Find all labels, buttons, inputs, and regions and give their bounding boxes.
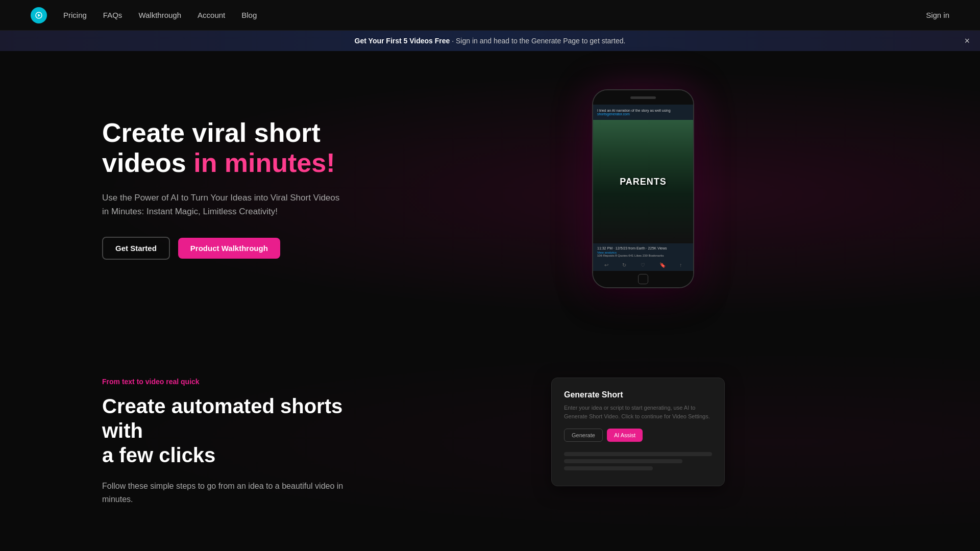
placeholder-line-1 [564, 452, 712, 456]
logo[interactable] [31, 7, 47, 23]
phone-screen: I tried an AI narration of the story as … [593, 105, 693, 271]
section2-title: Create automated shorts with a few click… [102, 394, 357, 467]
get-started-button[interactable]: Get Started [102, 237, 170, 260]
action-share-icon: ↑ [679, 262, 682, 268]
section2-title-line1: Create automated shorts with [102, 395, 342, 442]
action-like-icon: ♡ [641, 262, 645, 268]
svg-marker-1 [38, 14, 41, 17]
hero-title: Create viral short videos in minutes! [102, 118, 408, 179]
hero-title-line1: Create viral short [102, 118, 321, 147]
phone-actions: ↩ ↻ ♡ 🔖 ↑ [593, 260, 693, 271]
generate-card-buttons: Generate AI Assist [564, 429, 712, 442]
generate-card-desc: Enter your idea or script to start gener… [564, 404, 712, 420]
action-reply-icon: ↩ [604, 262, 608, 268]
phone-engagement: 106 Reposts 8 Quotes 641 Likes 239 Bookm… [597, 254, 689, 257]
phone-stats: 11:32 PM · 12/5/23 from Earth · 225K Vie… [593, 243, 693, 260]
section2-visual: Generate Short Enter your idea or script… [398, 378, 878, 486]
section2-tag: From text to video real quick [102, 378, 357, 386]
tweet-body: I tried an AI narration of the story as … [597, 109, 671, 112]
action-bookmark-icon: 🔖 [659, 262, 666, 268]
navbar: Pricing FAQs Walkthrough Account Blog Si… [0, 0, 980, 31]
section2-title-line2: a few clicks [102, 444, 215, 466]
hero-section: Create viral short videos in minutes! Us… [0, 51, 980, 337]
phone-speaker [630, 96, 656, 99]
generate-card: Generate Short Enter your idea or script… [551, 378, 725, 486]
nav-pricing[interactable]: Pricing [63, 11, 87, 19]
section2-description: Follow these simple steps to go from an … [102, 480, 357, 506]
video-label: PARENTS [620, 177, 667, 187]
product-walkthrough-button[interactable]: Product Walkthrough [178, 238, 280, 259]
section2: From text to video real quick Create aut… [0, 337, 980, 546]
nav-walkthrough[interactable]: Walkthrough [138, 11, 181, 19]
generate-button[interactable]: Generate [564, 429, 603, 442]
nav-links: Pricing FAQs Walkthrough Account Blog [63, 11, 926, 19]
announcement-banner: Get Your First 5 Videos Free · Sign in a… [0, 31, 980, 51]
placeholder-line-2 [564, 459, 682, 463]
banner-text: Get Your First 5 Videos Free · Sign in a… [355, 37, 626, 45]
banner-close-button[interactable]: × [964, 36, 970, 45]
action-repost-icon: ↻ [622, 262, 626, 268]
tweet-link: shortsgenerator.com [597, 112, 630, 116]
phone-tweet-text: I tried an AI narration of the story as … [593, 105, 693, 120]
hero-title-accent: in minutes! [193, 148, 335, 178]
phone-bottom-bar [593, 271, 693, 287]
banner-regular: · Sign in and head to the Generate Page … [452, 37, 625, 45]
nav-blog[interactable]: Blog [241, 11, 257, 19]
phone-views: 11:32 PM · 12/5/23 from Earth · 225K Vie… [597, 246, 689, 250]
ai-assist-button[interactable]: AI Assist [607, 429, 643, 442]
generate-card-title: Generate Short [564, 390, 712, 399]
phone-video: PARENTS [593, 120, 693, 243]
placeholder-line-3 [564, 466, 653, 470]
section2-content: From text to video real quick Create aut… [102, 378, 357, 506]
phone-top-bar [593, 90, 693, 105]
hero-buttons: Get Started Product Walkthrough [102, 237, 408, 260]
nav-faqs[interactable]: FAQs [103, 11, 122, 19]
nav-account[interactable]: Account [198, 11, 225, 19]
phone-mockup: I tried an AI narration of the story as … [592, 89, 694, 288]
hero-visual: I tried an AI narration of the story as … [408, 89, 878, 288]
banner-bold: Get Your First 5 Videos Free [355, 37, 450, 45]
signin-link[interactable]: Sign in [926, 11, 949, 19]
hero-subtitle: Use the Power of AI to Turn Your Ideas i… [102, 191, 347, 218]
hero-content: Create viral short videos in minutes! Us… [102, 118, 408, 260]
phone-home-button [638, 274, 648, 284]
hero-title-line2-normal: videos [102, 148, 193, 178]
